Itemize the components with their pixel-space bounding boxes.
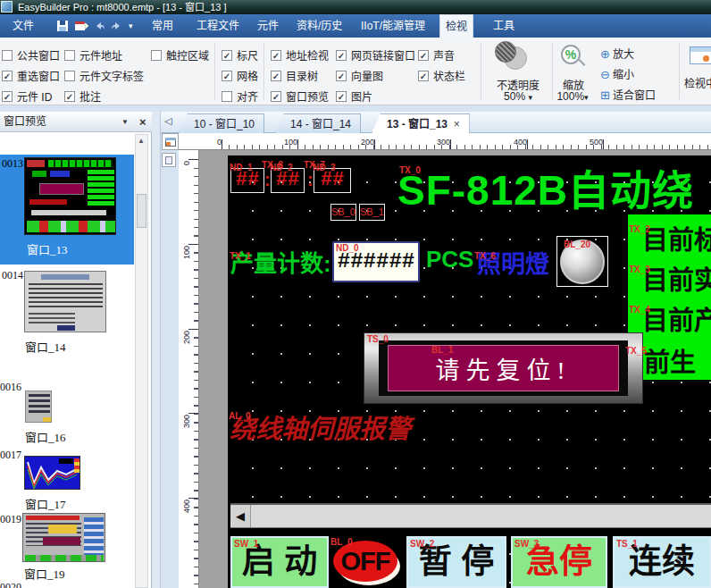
menu-bar: 文件 ▾ 常用 工程文件 元件 资料/历史 IIoT/能源管理 检视 工具 (0, 14, 711, 38)
checkbox-touch-area[interactable] (151, 50, 162, 61)
checkbox-align[interactable] (222, 91, 232, 102)
element-id-label: TS_0 (367, 335, 389, 344)
checkbox-label: 触控区域 (166, 50, 209, 63)
element-id-label: SW_3 (514, 540, 539, 549)
sidebar-scrollbar[interactable]: ▲ (135, 134, 148, 588)
checkbox-vector-graphics[interactable]: ✓ (336, 71, 347, 81)
menu-tab-iiot-energy[interactable]: IIoT/能源管理 (356, 14, 431, 38)
checkbox-reselect-window[interactable]: ✓ (2, 71, 13, 81)
fit-window-button[interactable]: ⊞适合窗口 (600, 87, 656, 102)
checkbox-picture[interactable]: ✓ (336, 91, 347, 102)
counter-unit-text[interactable]: PCS (426, 246, 473, 273)
hmi-design-canvas[interactable]: ND_1 ## TX_8 : ND_2 ## TX_7 : ND_3 ## SB… (228, 155, 711, 588)
list-item-window-16[interactable]: 0016 窗口_16 (0, 378, 134, 442)
window-number: 0020 (0, 581, 21, 588)
checkbox-annotation[interactable]: ✓ (64, 91, 75, 102)
tab-window-14[interactable]: 14 - 窗口_14 (275, 113, 361, 133)
window-label: 窗口_17 (25, 495, 66, 512)
checkbox-label: 向量图 (351, 71, 383, 83)
checkbox-label: 网格 (237, 71, 258, 83)
opacity-icon[interactable] (493, 41, 545, 73)
element-id-label: BL_1 (431, 346, 453, 355)
opacity-value[interactable]: 50% ▾ (487, 90, 549, 103)
pause-button[interactable]: SW_2 暂 停 (406, 536, 506, 588)
set-bit-element-sb1[interactable]: SB_1 (359, 204, 385, 221)
checkbox-element-id[interactable]: ✓ (2, 91, 13, 102)
checkbox-label: 标尺 (237, 50, 258, 63)
checkbox-address-view[interactable]: ✓ (271, 50, 281, 61)
panel-row-text[interactable]: 目前标 (642, 219, 711, 256)
quickbar-caret-icon[interactable]: ▾ (123, 14, 138, 38)
redo-icon[interactable] (109, 19, 123, 33)
menu-tab-data-history[interactable]: 资料/历史 (291, 14, 347, 38)
zoom-in-button[interactable]: ⊕放大 (600, 46, 634, 61)
scroll-left-icon[interactable]: ◀ (230, 505, 251, 527)
list-item-window-17[interactable]: 0017 窗口_17 (0, 447, 134, 511)
panel-row-text[interactable]: 目前实 (642, 259, 711, 297)
hmi-title-text[interactable]: SF-812B自动绕 (397, 157, 694, 216)
menu-tab-object[interactable]: 元件 (252, 14, 284, 38)
alarm-bar-text[interactable]: 绕线轴伺服报警 (230, 407, 411, 445)
menu-file[interactable]: 文件 (7, 14, 39, 38)
checkbox-label: 重选窗口 (17, 71, 60, 83)
scrollbar-thumb[interactable] (137, 194, 146, 228)
start-button[interactable]: SW_1 启 动 (230, 536, 329, 588)
checkbox-grid[interactable]: ✓ (222, 71, 232, 81)
element-id-label: TS_1 (616, 540, 638, 549)
easybuilder-window: { "titlebar": { "title": "EasyBuilder Pr… (0, 0, 711, 588)
undo-icon[interactable] (93, 19, 107, 33)
menu-tab-home[interactable]: 常用 (146, 14, 179, 38)
save-icon[interactable] (55, 19, 70, 33)
list-item-window-13[interactable]: 0013 窗口_13 (0, 155, 134, 265)
checkbox-window-preview[interactable]: ✓ (271, 91, 281, 102)
panel-close-icon[interactable]: × (139, 112, 146, 132)
checkbox-common-window[interactable] (2, 50, 13, 61)
window-number: 0017 (0, 449, 21, 462)
panel-row-text[interactable]: 目前产 (642, 299, 711, 337)
tab-close-icon[interactable]: × (454, 118, 460, 130)
emergency-stop-button[interactable]: SW_3 急停 (511, 536, 607, 588)
thumbnail-window-17 (24, 456, 80, 490)
counter-label-text[interactable]: 产量计数: (230, 245, 331, 278)
lamp-label-text[interactable]: 照明燈 (477, 245, 549, 280)
element-id-label: TX_2 (629, 225, 650, 234)
checkbox-element-text-label[interactable] (64, 71, 75, 81)
hmi-scrollbar-element[interactable]: ◀ (230, 503, 711, 528)
tab-scroll-left-icon[interactable]: ◁ (164, 115, 171, 127)
menu-tab-tool[interactable]: 工具 (488, 14, 520, 38)
list-item-window-20[interactable]: 0020 窗口_20 (0, 579, 134, 588)
ruler-options-icon[interactable] (162, 153, 176, 167)
off-lamp-button[interactable]: BL_0 OFF (329, 536, 405, 588)
ruler-corner-icon[interactable] (162, 133, 179, 150)
tab-window-10[interactable]: 10 - 窗口_10 (179, 113, 264, 133)
list-item-window-19[interactable]: 0019 窗口_19 (0, 511, 134, 581)
panel-dropdown-icon[interactable]: ▼ (121, 112, 129, 132)
checkbox-directory-tree[interactable]: ✓ (271, 71, 281, 81)
scroll-up-icon[interactable]: ▲ (138, 137, 145, 145)
window-label: 窗口_14 (25, 338, 66, 355)
checkbox-web-link-window[interactable]: ✓ (336, 50, 347, 61)
menu-tab-project[interactable]: 工程文件 (191, 14, 245, 38)
message-display-bezel[interactable]: 请先复位! (364, 332, 643, 404)
list-item-window-14[interactable]: 0014 窗口_14 (0, 266, 134, 360)
checkbox-label: 目录树 (286, 71, 318, 83)
continuous-button[interactable]: TS_1 连续 (613, 536, 711, 588)
set-bit-element-sb0[interactable]: SB_0 (330, 204, 356, 221)
panel-row-text[interactable]: 前生 (644, 341, 696, 379)
panel-splitter[interactable] (152, 112, 161, 588)
checkbox-sound[interactable]: ✓ (418, 50, 429, 61)
menu-tab-view[interactable]: 检视 (439, 14, 473, 38)
ribbon-separator (481, 43, 481, 100)
zoom-out-button[interactable]: ⊖缩小 (600, 66, 634, 81)
export-icon[interactable] (74, 19, 88, 33)
zoom-value[interactable]: 100%▾ (545, 90, 600, 103)
checkbox-status-bar[interactable]: ✓ (418, 71, 429, 81)
checkbox-ruler[interactable]: ✓ (222, 50, 232, 61)
tab-window-13[interactable]: 13 - 窗口_13 × (372, 113, 470, 133)
address-monitor-icon[interactable] (690, 46, 711, 64)
window-list: 0013 窗口_13 0014 窗口_14 (0, 132, 134, 588)
bit-lamp-element[interactable]: BL_20 (556, 236, 608, 287)
checkbox-label: 地址检视 (286, 50, 329, 63)
checkbox-element-address[interactable] (64, 50, 75, 61)
window-label: 窗口_13 (27, 240, 68, 257)
